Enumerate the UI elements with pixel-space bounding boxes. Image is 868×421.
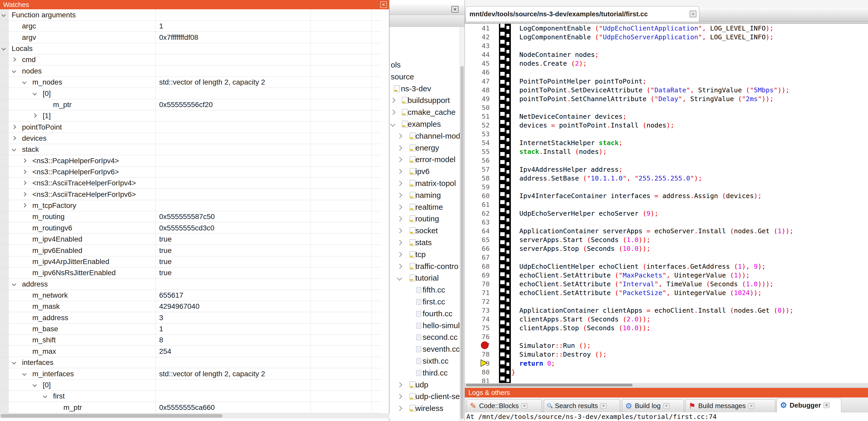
tree-item-ns-3-dev[interactable]: ns-3-dev <box>390 84 460 94</box>
tree-item-udp-client-ser[interactable]: udp-client-ser <box>390 391 460 401</box>
watch-row[interactable]: pointToPoint <box>0 122 381 133</box>
watch-row[interactable]: <ns3::PcapHelperForIpv6> <box>0 166 381 177</box>
watch-row[interactable]: m_ipv4ArpJitterEnabledtrue <box>0 256 381 267</box>
watch-row[interactable]: nodes <box>0 65 381 77</box>
tree-item-buildsupport[interactable]: buildsupport <box>390 95 460 105</box>
watch-row[interactable]: interfaces <box>0 357 381 368</box>
tree-item-first-cc[interactable]: first.cc <box>390 297 460 307</box>
expand-icon[interactable] <box>22 203 27 208</box>
expand-icon[interactable] <box>397 181 402 186</box>
watch-row[interactable]: [1] <box>0 110 381 122</box>
expand-icon[interactable] <box>12 125 16 129</box>
watch-row[interactable]: m_ipv6NsRsJitterEnabledtrue <box>0 267 381 279</box>
logs-tab-build-log[interactable]: ⚙Build log× <box>622 399 684 412</box>
expand-icon[interactable] <box>397 406 402 411</box>
collapse-icon[interactable] <box>33 383 37 387</box>
watch-row[interactable]: m_interfacesstd::vector of length 2, cap… <box>0 368 381 380</box>
logs-tab-debugger[interactable]: ⚙Debugger× <box>777 398 841 412</box>
collapse-icon[interactable] <box>397 276 402 281</box>
watch-row[interactable]: argv0x7fffffffdf08 <box>0 32 381 43</box>
tree-item-routing[interactable]: routing <box>390 214 460 224</box>
expand-icon[interactable] <box>397 394 402 399</box>
collapse-icon[interactable] <box>12 68 16 73</box>
tree-item-ols[interactable]: ols <box>390 60 460 70</box>
expand-icon[interactable] <box>22 181 27 185</box>
expand-icon[interactable] <box>22 158 27 163</box>
collapse-icon[interactable] <box>390 122 396 127</box>
expand-icon[interactable] <box>22 192 27 196</box>
watch-row[interactable]: m_base1 <box>0 323 381 335</box>
tree-item-socket[interactable]: socket <box>390 226 460 236</box>
collapse-icon[interactable] <box>22 80 27 84</box>
collapse-icon[interactable] <box>33 91 37 95</box>
collapse-icon[interactable] <box>22 371 27 376</box>
watch-row[interactable]: m_max254 <box>0 346 381 357</box>
watch-row[interactable]: argc1 <box>0 21 381 32</box>
expand-icon[interactable] <box>33 114 37 118</box>
collapse-icon[interactable] <box>2 46 6 51</box>
editor-horizontal-scrollbar[interactable] <box>465 383 868 387</box>
expand-icon[interactable] <box>397 252 402 257</box>
watches-close-icon[interactable]: × <box>380 1 387 8</box>
expand-icon[interactable] <box>397 145 402 151</box>
tree-item-wireless[interactable]: wireless <box>390 403 460 414</box>
expand-icon[interactable] <box>397 264 402 269</box>
tree-item-examples[interactable]: examples <box>390 119 460 129</box>
tab-close-icon[interactable]: × <box>521 403 527 409</box>
collapse-icon[interactable] <box>43 394 48 398</box>
tree-item-error-model[interactable]: error-model <box>390 154 460 165</box>
tree-item-realtime[interactable]: realtime <box>390 202 460 212</box>
tree-item-cmake-cache[interactable]: cmake_cache <box>390 107 460 118</box>
breakpoint-icon[interactable] <box>481 342 489 349</box>
watch-row[interactable]: m_tcpFactory <box>0 200 381 211</box>
watch-row[interactable]: m_mask4294967040 <box>0 301 381 312</box>
tree-item-naming[interactable]: naming <box>390 190 460 200</box>
tree-item-udp[interactable]: udp <box>390 380 460 390</box>
watches-horizontal-scrollbar[interactable] <box>0 413 390 418</box>
tree-item-tcp[interactable]: tcp <box>390 249 460 260</box>
expand-icon[interactable] <box>397 204 402 210</box>
watch-row[interactable]: first <box>0 390 381 402</box>
expand-icon[interactable] <box>397 240 402 245</box>
watch-row[interactable]: cmd <box>0 54 381 65</box>
collapse-icon[interactable] <box>12 282 16 286</box>
watches-title-bar[interactable]: Watches <box>0 0 389 9</box>
expand-icon[interactable] <box>390 110 396 115</box>
tree-item-source[interactable]: source <box>390 72 460 82</box>
watch-row[interactable]: m_routing0x555555587c50 <box>0 211 381 222</box>
logs-tab-search-results[interactable]: Search results× <box>544 399 620 412</box>
tree-item-fifth-cc[interactable]: fifth.cc <box>390 285 460 295</box>
tree-item-tutorial[interactable]: tutorial <box>390 273 460 283</box>
tree-item-second-cc[interactable]: second.cc <box>390 332 460 343</box>
project-panel-close-icon[interactable]: × <box>451 6 459 13</box>
project-tree-scrollbar-thumb[interactable] <box>460 66 464 419</box>
tree-item-channel-mod[interactable]: channel-mod <box>390 131 460 141</box>
editor-breakpoint-margin[interactable] <box>499 24 511 383</box>
tab-close-icon[interactable]: × <box>748 403 754 409</box>
tree-item-stats[interactable]: stats <box>390 237 460 248</box>
editor-tab-first-cc[interactable]: mnt/dev/tools/source/ns-3-dev/examples/t… <box>466 6 699 22</box>
collapse-icon[interactable] <box>12 147 16 152</box>
collapse-icon[interactable] <box>2 13 6 17</box>
watch-row[interactable]: <ns3::AsciiTraceHelperForIpv6> <box>0 189 381 200</box>
watch-row[interactable]: <ns3::AsciiTraceHelperForIpv4> <box>0 177 381 189</box>
expand-icon[interactable] <box>12 136 16 140</box>
logs-tab-build-messages[interactable]: ⚑Build messages× <box>685 399 775 412</box>
watch-row[interactable]: Function arguments <box>0 9 381 21</box>
collapse-icon[interactable] <box>12 360 16 365</box>
logs-title-bar[interactable]: Logs & others <box>465 388 868 397</box>
watch-row[interactable]: m_ptr0x55555556cf20 <box>0 99 381 110</box>
watch-row[interactable]: m_ipv4Enabledtrue <box>0 233 381 245</box>
watch-row[interactable]: stack <box>0 144 381 155</box>
tree-item-seventh-cc[interactable]: seventh.cc <box>390 344 460 354</box>
expand-icon[interactable] <box>397 169 402 174</box>
editor-tab-close-icon[interactable]: × <box>690 10 696 17</box>
watch-row[interactable]: [0] <box>0 379 381 391</box>
expand-icon[interactable] <box>390 98 396 103</box>
watch-row[interactable]: address <box>0 279 381 290</box>
tree-item-fourth-cc[interactable]: fourth.cc <box>390 309 460 319</box>
tree-item-matrix-topol[interactable]: matrix-topol <box>390 178 460 189</box>
watch-row[interactable]: m_ptr0x5555555ca660 <box>0 402 381 413</box>
logs-tab-code-blocks[interactable]: ✎Code::Blocks× <box>467 399 542 412</box>
tree-item-traffic-contro[interactable]: traffic-contro <box>390 261 460 271</box>
